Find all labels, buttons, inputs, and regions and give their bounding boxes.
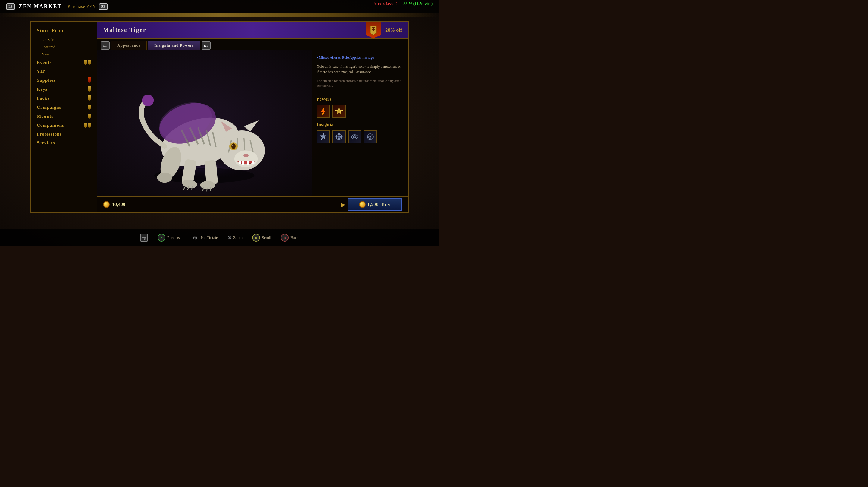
sidebar-item-on-sale[interactable]: On Sale — [31, 36, 97, 43]
sidebar-item-keys[interactable]: Keys — [31, 85, 97, 94]
sidebar-item-keys-label: Keys — [37, 87, 48, 92]
tab-rt-button[interactable]: RT — [202, 41, 211, 50]
buy-button[interactable]: 1,500 Buy — [348, 198, 402, 211]
lb-button[interactable]: LB — [6, 3, 15, 10]
svg-marker-40 — [321, 108, 326, 115]
zen-market-title: ZEN Market — [19, 3, 62, 10]
sidebar-item-services[interactable]: Services — [31, 138, 97, 147]
sidebar-item-companions-label: Companions — [37, 123, 64, 128]
svg-rect-19 — [252, 161, 254, 164]
powers-heading: Powers — [317, 97, 403, 102]
svg-marker-25 — [244, 121, 259, 132]
b-button[interactable]: B — [281, 234, 289, 241]
tiger-preview — [97, 50, 312, 196]
insignia-eye-icon — [350, 132, 359, 141]
fps-info: 86.76 (11.5ms/fm) — [403, 1, 433, 6]
top-right-info: Access Level 9 86.76 (11.5ms/fm) — [374, 1, 433, 6]
svg-point-22 — [232, 144, 234, 147]
menu-lines-icon: ? — [142, 235, 147, 240]
r-button[interactable]: R — [252, 234, 260, 241]
power-icon-1[interactable] — [317, 105, 330, 118]
svg-point-32 — [142, 95, 154, 106]
power-icon-2[interactable] — [332, 105, 346, 118]
svg-marker-42 — [320, 133, 326, 140]
sidebar-item-campaigns[interactable]: Campaigns — [31, 103, 97, 112]
item-header: Maltese Tiger 20% off — [97, 22, 408, 38]
sidebar-item-events[interactable]: Events — [31, 58, 97, 67]
access-level: Access Level 9 — [374, 1, 397, 6]
supplies-badge — [88, 77, 91, 83]
banner-icon — [369, 25, 377, 35]
buy-label: Buy — [381, 202, 391, 207]
badge-icon-keys — [88, 87, 91, 92]
a-button[interactable]: A — [158, 234, 165, 241]
power-star-icon — [335, 107, 343, 116]
sidebar-item-professions-label: Professions — [37, 132, 62, 137]
sidebar-item-supplies[interactable]: Supplies — [31, 75, 97, 85]
events-badge — [84, 60, 91, 65]
control-scroll: R Scroll — [252, 234, 271, 241]
badge-icon-campaigns — [88, 104, 91, 110]
svg-rect-17 — [247, 161, 249, 165]
sidebar-item-packs[interactable]: Packs — [31, 94, 97, 103]
store-front-label[interactable]: Store Front — [31, 27, 97, 36]
insignia-icon-3[interactable] — [348, 130, 361, 143]
sidebar-item-mounts-label: Mounts — [37, 114, 53, 119]
svg-point-31 — [157, 172, 172, 183]
insignia-heading: Insignia — [317, 122, 403, 127]
sidebar-item-vip[interactable]: VIP — [31, 67, 97, 75]
insignia-icon-1[interactable] — [317, 130, 330, 143]
svg-point-48 — [338, 136, 340, 138]
badge-icon-supplies — [88, 77, 91, 83]
buy-price-amount: 1,500 — [368, 202, 378, 207]
main-panel: Store Front On Sale Featured New Events … — [30, 21, 408, 213]
svg-point-45 — [338, 138, 340, 140]
sidebar-item-featured[interactable]: Featured — [31, 43, 97, 51]
svg-rect-16 — [242, 161, 244, 165]
tab-appearance[interactable]: Appearance — [111, 41, 147, 50]
svg-point-52 — [354, 136, 354, 136]
sidebar: Store Front On Sale Featured New Events … — [31, 22, 97, 212]
footer-controls: ? A Purchase ⊕ Pan/Rotate ⊛ Zoom R Scrol… — [0, 229, 439, 246]
control-menu: ? — [140, 234, 148, 241]
control-pan-rotate: ⊕ Pan/Rotate — [191, 234, 218, 241]
purchase-label: Purchase — [167, 235, 181, 240]
sidebar-item-companions[interactable]: Companions — [31, 121, 97, 130]
sidebar-item-vip-label: VIP — [37, 69, 45, 74]
svg-point-14 — [235, 151, 258, 167]
menu-icon[interactable]: ? — [140, 234, 148, 241]
zoom-label: Zoom — [233, 235, 243, 240]
content-area: Maltese Tiger 20% off LT Appearance Insi… — [97, 22, 408, 212]
item-icon-badge — [366, 22, 380, 38]
sidebar-item-services-label: Services — [37, 140, 55, 145]
preview-area[interactable] — [97, 50, 312, 196]
badge-icon-companions-1 — [84, 123, 87, 128]
divider-1 — [317, 93, 403, 93]
purchase-zen-link[interactable]: Purchase ZEN — [68, 4, 96, 9]
companions-badge — [84, 123, 91, 128]
rb-button[interactable]: RB — [99, 3, 108, 10]
badge-icon-2 — [88, 60, 91, 65]
bottom-bar: 10,400 ▶ 1,500 Buy — [97, 196, 408, 212]
currency-amount: 10,400 — [112, 202, 125, 207]
tab-insignia-powers[interactable]: Insignia and Powers — [148, 41, 200, 50]
badge-icon-1 — [84, 60, 87, 65]
badge-icon-mounts — [88, 113, 91, 119]
keys-badge — [88, 87, 91, 92]
control-purchase: A Purchase — [158, 234, 181, 241]
svg-line-37 — [207, 188, 207, 191]
insignia-icon-4[interactable] — [364, 130, 377, 143]
item-badge-area: 20% off — [366, 22, 402, 38]
insignia-spiral-icon — [366, 132, 374, 141]
buy-button-area: ▶ 1,500 Buy — [341, 198, 402, 211]
svg-point-29 — [200, 181, 215, 189]
packs-badge — [88, 95, 91, 101]
discount-text: 20% off — [385, 27, 402, 33]
sidebar-item-mounts[interactable]: Mounts — [31, 112, 97, 121]
sidebar-item-new[interactable]: New — [31, 51, 97, 58]
missed-offer-text: Missed offer or Rule Applies message — [317, 55, 403, 60]
gold-border-line — [0, 13, 439, 17]
insignia-icon-2[interactable] — [332, 130, 346, 143]
tab-lt-button[interactable]: LT — [101, 41, 110, 50]
sidebar-item-professions[interactable]: Professions — [31, 130, 97, 138]
